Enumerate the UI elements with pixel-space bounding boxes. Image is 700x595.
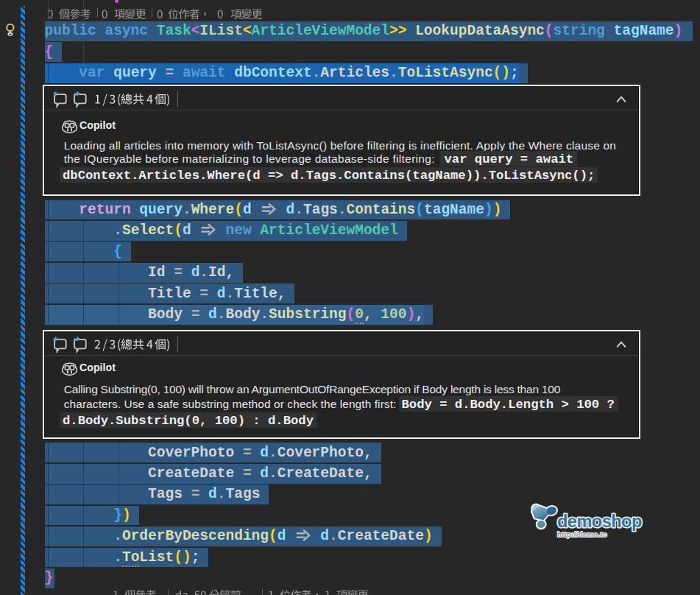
svg-text:http://demo.tc: http://demo.tc bbox=[557, 530, 607, 538]
svg-text:demoshop: demoshop bbox=[557, 512, 642, 531]
